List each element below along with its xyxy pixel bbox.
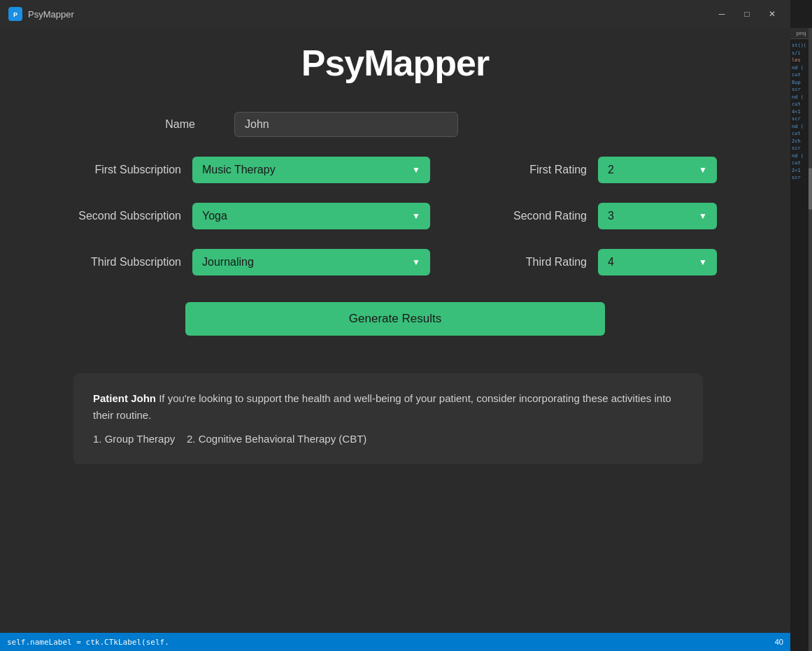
code-line-17: cut — [792, 159, 811, 167]
third-subscription-row: Third Subscription Journaling ▼ Third Ra… — [73, 249, 717, 276]
first-subscription-arrow-icon: ▼ — [412, 165, 420, 175]
third-rating-arrow-icon: ▼ — [699, 257, 707, 267]
second-subscription-arrow-icon: ▼ — [412, 211, 420, 221]
third-subscription-label: Third Subscription — [73, 256, 192, 269]
status-line-number: 40 — [775, 638, 783, 646]
svg-text:P: P — [13, 11, 17, 18]
first-subscription-label: First Subscription — [73, 164, 192, 176]
code-line-2: s/i — [792, 50, 811, 57]
second-subscription-group: Second Subscription Yoga ▼ — [73, 203, 437, 229]
result-recommendations: 1. Group Therapy 2. Cognitive Behavioral… — [93, 431, 683, 448]
code-line-6: 8up — [792, 79, 811, 87]
code-line-13: cut — [792, 130, 811, 138]
app-window: PsyMapper Name First Subscription Music … — [0, 0, 790, 651]
code-line-9: cut — [792, 101, 811, 108]
scrollbar-thumb — [809, 168, 812, 210]
first-subscription-dropdown[interactable]: Music Therapy ▼ — [192, 157, 430, 183]
title-bar-appname: PsyMapper — [28, 9, 712, 20]
second-subscription-dropdown[interactable]: Yoga ▼ — [192, 203, 430, 229]
code-line-18: 2<1 — [792, 167, 811, 175]
code-line-1: st()( — [792, 42, 811, 50]
first-subscription-value: Music Therapy — [202, 164, 406, 176]
result-box: Patient John If you're looking to suppor… — [73, 373, 703, 464]
code-line-5: cut — [792, 71, 811, 79]
code-line-19: scr — [792, 174, 811, 182]
code-line-15: scr — [792, 145, 811, 152]
name-input[interactable] — [234, 112, 458, 137]
form-container: Name First Subscription Music Therapy ▼ … — [73, 112, 717, 464]
code-line-11: scr — [792, 115, 811, 123]
first-subscription-group: First Subscription Music Therapy ▼ — [73, 157, 437, 183]
second-rating-label: Second Rating — [479, 210, 598, 222]
app-icon: P — [8, 7, 22, 21]
result-body: If you're looking to support the health … — [93, 392, 671, 421]
code-line-16: nd ( — [792, 152, 811, 160]
second-rating-arrow-icon: ▼ — [699, 211, 707, 221]
second-rating-value: 3 — [608, 210, 693, 222]
code-line-7: scr — [792, 86, 811, 94]
third-subscription-arrow-icon: ▼ — [412, 257, 420, 267]
first-rating-value: 2 — [608, 164, 693, 176]
first-rating-label: First Rating — [479, 164, 598, 176]
second-subscription-label: Second Subscription — [73, 210, 192, 222]
third-subscription-value: Journaling — [202, 256, 406, 269]
recommendation-1: 1. Group Therapy — [93, 433, 175, 445]
recommendation-2: 2. Cognitive Behavioral Therapy (CBT) — [187, 433, 366, 445]
right-code-panel: proj st()( s/i les nd ( cut 8up scr nd (… — [790, 28, 812, 651]
code-line-4: nd ( — [792, 64, 811, 72]
minimize-button[interactable]: ─ — [712, 6, 732, 22]
third-subscription-dropdown[interactable]: Journaling ▼ — [192, 249, 430, 276]
app-title: PsyMapper — [301, 42, 489, 84]
result-main-text: Patient John If you're looking to suppor… — [93, 390, 683, 424]
name-label: Name — [87, 118, 206, 131]
third-rating-value: 4 — [608, 256, 693, 269]
code-line-8: nd ( — [792, 94, 811, 101]
second-subscription-row: Second Subscription Yoga ▼ Second Rating… — [73, 203, 717, 229]
status-bar: self.nameLabel = ctk.CTkLabel(self. 40 — [0, 633, 790, 651]
first-subscription-row: First Subscription Music Therapy ▼ First… — [73, 157, 717, 183]
third-rating-label: Third Rating — [479, 256, 598, 269]
name-row: Name — [73, 112, 717, 137]
second-rating-dropdown[interactable]: 3 ▼ — [598, 203, 717, 229]
third-rating-group: Third Rating 4 ▼ — [479, 249, 717, 276]
status-bar-code: self.nameLabel = ctk.CTkLabel(self. — [7, 638, 169, 647]
main-content: PsyMapper Name First Subscription Music … — [0, 28, 790, 651]
code-line-3: les — [792, 57, 811, 64]
result-patient-name: Patient John — [93, 392, 156, 404]
first-rating-group: First Rating 2 ▼ — [479, 157, 717, 183]
code-line-10: 4<1 — [792, 108, 811, 116]
code-line-12: nd ( — [792, 123, 811, 131]
code-line-14: 2ch — [792, 138, 811, 145]
maximize-button[interactable]: □ — [737, 6, 757, 22]
close-button[interactable]: ✕ — [762, 6, 782, 22]
title-bar: P PsyMapper ─ □ ✕ — [0, 0, 790, 28]
first-rating-dropdown[interactable]: 2 ▼ — [598, 157, 717, 183]
title-bar-controls: ─ □ ✕ — [712, 6, 782, 22]
second-subscription-value: Yoga — [202, 210, 406, 222]
right-scrollbar[interactable] — [809, 28, 812, 651]
first-rating-arrow-icon: ▼ — [699, 165, 707, 175]
third-subscription-group: Third Subscription Journaling ▼ — [73, 249, 437, 276]
generate-results-button[interactable]: Generate Results — [185, 302, 605, 336]
third-rating-dropdown[interactable]: 4 ▼ — [598, 249, 717, 276]
second-rating-group: Second Rating 3 ▼ — [479, 203, 717, 229]
